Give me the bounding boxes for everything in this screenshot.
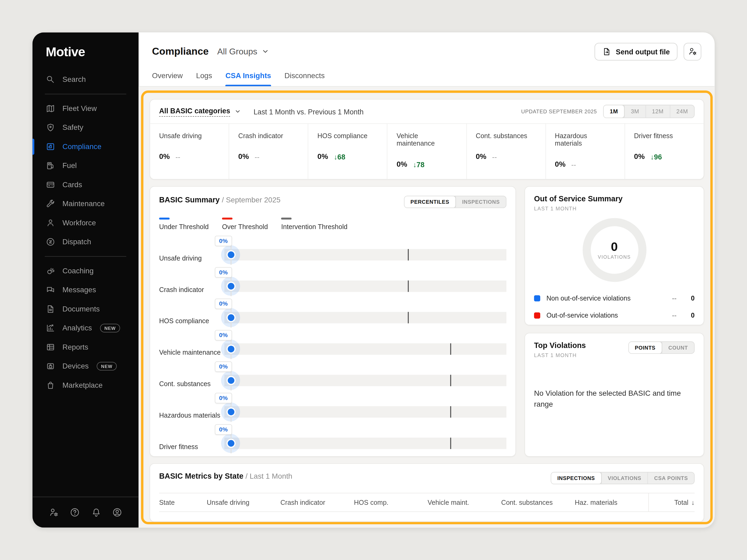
sidebar-item-workforce[interactable]: Workforce xyxy=(32,213,138,232)
basic-category-stats: Unsafe driving0%--Crash indicator0%--HOS… xyxy=(150,123,703,179)
category-stat-unsafe-driving: Unsafe driving0%-- xyxy=(150,124,229,179)
legend-label: Under Threshold xyxy=(159,223,209,231)
messages-icon xyxy=(46,285,55,295)
toggle-option-points[interactable]: POINTS xyxy=(628,341,662,354)
devices-icon xyxy=(46,361,55,371)
toggle-option-violations[interactable]: VIOLATIONS xyxy=(601,472,647,484)
sidebar-item-dispatch[interactable]: Dispatch xyxy=(32,232,138,251)
category-stat-hos-compliance: HOS compliance0%↓68 xyxy=(308,124,387,179)
summary-row-label: Crash indicator xyxy=(159,286,204,293)
oos-legend-dash: -- xyxy=(672,312,676,319)
oos-legend-label: Non out-of-service violations xyxy=(546,294,672,302)
sidebar-item-devices[interactable]: DevicesNEW xyxy=(32,356,138,375)
sidebar-item-cards[interactable]: Cards xyxy=(32,175,138,194)
sidebar-item-messages[interactable]: Messages xyxy=(32,281,138,299)
category-percentile: 0% xyxy=(634,152,645,161)
toggle-option-count[interactable]: COUNT xyxy=(662,342,694,353)
summary-legend: Under ThresholdOver ThresholdInterventio… xyxy=(159,218,506,231)
percentile-badge: 0% xyxy=(215,267,232,277)
user-settings-button[interactable] xyxy=(684,43,701,60)
oos-subtitle: LAST 1 MONTH xyxy=(534,206,695,211)
metrics-column-crash-indicator[interactable]: Crash indicator xyxy=(280,499,354,506)
metrics-column-unsafe-driving[interactable]: Unsafe driving xyxy=(207,499,280,506)
percentile-badge: 0% xyxy=(215,236,232,246)
percentile-dot xyxy=(228,440,234,447)
intervention-threshold-tick xyxy=(408,249,409,261)
sidebar-footer-help-button[interactable] xyxy=(70,507,80,517)
sidebar-item-fleet-view[interactable]: Fleet View xyxy=(32,99,138,118)
metrics-view-toggle: INSPECTIONSVIOLATIONSCSA POINTS xyxy=(551,472,695,484)
basic-category-selector[interactable]: All BASIC categories xyxy=(159,106,241,116)
violations-donut: 0 VIOLATIONS xyxy=(583,218,646,282)
category-value-row: 0%↓96 xyxy=(634,152,695,161)
tab-disconnects[interactable]: Disconnects xyxy=(284,72,325,86)
sidebar-item-label: Cards xyxy=(62,181,82,189)
main-area: Compliance All Groups Send output file xyxy=(139,32,715,528)
tab-csa-insights[interactable]: CSA Insights xyxy=(226,72,271,86)
sidebar-divider xyxy=(45,256,126,257)
toggle-option-1m[interactable]: 1M xyxy=(603,105,625,118)
category-label: Driver fitness xyxy=(634,132,695,140)
map-icon xyxy=(46,104,55,113)
sidebar-footer-bell-button[interactable] xyxy=(91,507,101,517)
intervention-threshold-tick xyxy=(450,375,451,386)
sidebar-item-coaching[interactable]: Coaching xyxy=(32,261,138,280)
group-selector[interactable]: All Groups xyxy=(217,46,269,56)
summary-row-cont-substances: Cont. substances0% xyxy=(159,361,506,393)
basic-summary-card: BASIC Summary / September 2025 PERCENTIL… xyxy=(150,186,516,456)
toggle-option-inspections[interactable]: INSPECTIONS xyxy=(551,472,601,484)
metrics-column-haz-materials[interactable]: Haz. materials xyxy=(575,499,648,506)
sidebar-item-fuel[interactable]: Fuel xyxy=(32,156,138,175)
metrics-column-total[interactable]: Total↓ xyxy=(648,494,694,511)
percentile-bar xyxy=(224,281,506,292)
summary-row-crash-indicator: Crash indicator0% xyxy=(159,267,506,298)
topbar: Compliance All Groups Send output file xyxy=(139,32,715,87)
category-label: HOS compliance xyxy=(317,132,378,140)
metrics-column-state[interactable]: State xyxy=(159,499,207,506)
tab-overview[interactable]: Overview xyxy=(152,72,183,86)
metrics-column-label: Total xyxy=(674,499,689,506)
category-percentile: 0% xyxy=(476,152,486,161)
summary-chart: Unsafe driving0%Crash indicator0%HOS com… xyxy=(159,235,506,455)
toggle-option-12m[interactable]: 12M xyxy=(645,105,670,117)
metrics-column-cont-substances[interactable]: Cont. substances xyxy=(501,499,575,506)
metrics-column-label: Cont. substances xyxy=(501,499,553,506)
sidebar-item-label: Workforce xyxy=(62,219,96,227)
sidebar-item-maintenance[interactable]: Maintenance xyxy=(32,194,138,213)
shield-icon xyxy=(46,123,55,133)
sidebar-item-analytics[interactable]: AnalyticsNEW xyxy=(32,319,138,338)
sidebar-item-search[interactable]: Search xyxy=(32,70,138,89)
metrics-column-label: Crash indicator xyxy=(280,499,325,506)
toggle-option-csa-points[interactable]: CSA POINTS xyxy=(647,472,694,484)
category-percentile: 0% xyxy=(238,152,249,161)
category-value-row: 0%↓78 xyxy=(396,160,457,168)
sidebar-item-documents[interactable]: Documents xyxy=(32,299,138,318)
tab-logs[interactable]: Logs xyxy=(196,72,212,86)
chevron-down-icon xyxy=(234,108,241,115)
sidebar-item-label: Compliance xyxy=(62,142,101,151)
category-change: -- xyxy=(492,153,497,161)
category-label: Crash indicator xyxy=(238,132,299,140)
send-output-file-button[interactable]: Send output file xyxy=(594,43,677,60)
metrics-column-hos-comp-[interactable]: HOS comp. xyxy=(354,499,428,506)
toggle-option-3m[interactable]: 3M xyxy=(624,105,645,117)
summary-row-driver-fitness: Driver fitness0% xyxy=(159,424,506,455)
metrics-column-vehicle-maint-[interactable]: Vehicle maint. xyxy=(428,499,501,506)
oos-legend-label: Out-of-service violations xyxy=(546,312,672,319)
toggle-option-percentiles[interactable]: PERCENTILES xyxy=(404,196,456,208)
intervention-threshold-tick xyxy=(450,343,451,355)
sidebar-item-compliance[interactable]: Compliance xyxy=(32,137,138,156)
legend-item: Under Threshold xyxy=(159,218,209,231)
wrench-icon xyxy=(46,199,55,209)
percentile-bar xyxy=(224,312,506,323)
sidebar-item-label: Fleet View xyxy=(62,104,97,113)
sidebar-item-safety[interactable]: Safety xyxy=(32,118,138,137)
sidebar-footer-account-button[interactable] xyxy=(112,507,123,517)
percentile-bar xyxy=(224,406,506,418)
sidebar-footer-user-gear-button[interactable] xyxy=(49,507,59,517)
toggle-option-inspections[interactable]: INSPECTIONS xyxy=(456,196,506,208)
sidebar-item-reports[interactable]: Reports xyxy=(32,338,138,356)
toggle-option-24m[interactable]: 24M xyxy=(670,105,694,117)
sidebar-item-marketplace[interactable]: Marketplace xyxy=(32,376,138,395)
category-stat-vehicle-maintenance: Vehicle maintenance0%↓78 xyxy=(387,124,466,179)
